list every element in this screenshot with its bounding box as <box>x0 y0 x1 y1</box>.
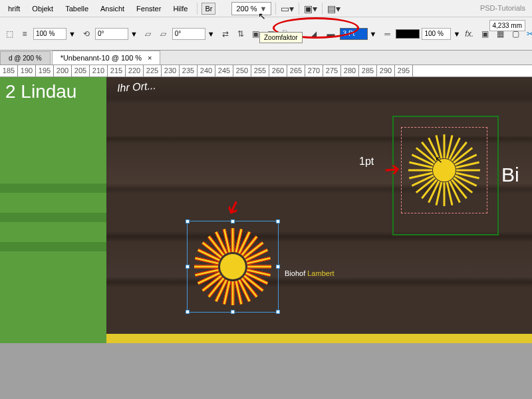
ruler-tick: 230 <box>162 65 180 76</box>
green-stripe <box>0 184 106 193</box>
text-part: Biohof <box>285 269 307 277</box>
ruler-tick: 220 <box>126 65 144 76</box>
fx-button[interactable]: fx. <box>464 27 474 41</box>
chevron-down-icon[interactable]: ▼ <box>453 30 460 38</box>
text-bi-cropped[interactable]: Bi <box>501 164 519 186</box>
ruler-tick: 200 <box>54 65 72 76</box>
ruler-tick: 270 <box>305 65 323 76</box>
document-tabbar: d @ 200 % *Unbenannt-10 @ 100 % × <box>0 51 532 65</box>
sun-ray <box>231 281 235 305</box>
chevron-down-icon[interactable]: ▼ <box>130 30 138 38</box>
crop-icon[interactable]: ▱ <box>142 27 155 41</box>
yellow-strip <box>106 334 532 343</box>
flip-vertical-icon[interactable]: ⇅ <box>234 27 247 41</box>
ruler-tick: 240 <box>198 65 215 76</box>
stroke-weight-input[interactable]: 3 Pt <box>340 28 368 40</box>
angle-input-1[interactable]: 0° <box>95 28 128 40</box>
ruler-tick: 280 <box>341 65 359 76</box>
sun-ray <box>456 170 480 172</box>
sun-graphic-small[interactable] <box>404 130 484 210</box>
sun-graphic-large[interactable] <box>190 223 276 310</box>
chevron-down-icon: ▼ <box>260 5 267 13</box>
menu-schrift[interactable]: hrift <box>3 2 25 15</box>
menu-ansicht[interactable]: Ansicht <box>95 2 130 15</box>
ruler-tick: 210 <box>90 65 108 76</box>
close-icon[interactable]: × <box>148 54 152 62</box>
ruler-tick: 190 <box>18 65 36 76</box>
view-mode-icon[interactable]: ▣▾ <box>303 1 318 16</box>
menubar: hrift Objekt Tabelle Ansicht Fenster Hil… <box>0 0 532 17</box>
green-panel <box>0 77 106 343</box>
sun-ray <box>444 182 446 206</box>
bridge-button[interactable]: Br <box>201 3 215 15</box>
tab-doc-1[interactable]: d @ 200 % <box>0 51 51 65</box>
ruler-tick: 215 <box>108 65 126 76</box>
menu-tabelle[interactable]: Tabelle <box>60 2 94 15</box>
tab-label: *Unbenannt-10 @ 100 % <box>61 54 142 62</box>
ruler-tick: 225 <box>144 65 162 76</box>
text-biohof[interactable]: Biohof Lambert <box>285 255 334 281</box>
stroke-style-icon[interactable]: ═ <box>380 27 394 41</box>
separator <box>197 3 198 15</box>
psd-tutorials-label: PSD-Tutorials <box>480 4 525 12</box>
ruler-tick: 245 <box>215 65 233 76</box>
ruler-tick: 285 <box>359 65 377 76</box>
ruler-tick: 235 <box>180 65 198 76</box>
sun-ray <box>444 134 446 158</box>
ruler-tick: 275 <box>323 65 341 76</box>
menu-hilfe[interactable]: Hilfe <box>168 2 193 15</box>
separator <box>322 3 323 15</box>
zoom-tooltip: Zoomfaktor <box>259 32 303 43</box>
tint-input[interactable]: 100 % <box>422 28 451 40</box>
measurement-input[interactable]: 4,233 mm <box>489 20 525 31</box>
crop-tool-icon[interactable]: ✂ <box>526 27 532 41</box>
ruler-tick: 205 <box>72 65 90 76</box>
align-icon[interactable]: ≡ <box>18 27 31 41</box>
menu-fenster[interactable]: Fenster <box>131 2 166 15</box>
menu-objekt[interactable]: Objekt <box>27 2 59 15</box>
sun-core <box>220 254 245 279</box>
ruler-tick: 250 <box>233 65 251 76</box>
selection-tool-icon[interactable]: ⬚ <box>3 27 16 41</box>
text-lindau[interactable]: 2 Lindau <box>5 81 76 102</box>
ruler-tick: 260 <box>269 65 287 76</box>
sun-ray <box>247 265 271 269</box>
angle-input-2[interactable]: 0° <box>172 28 205 40</box>
separator <box>299 3 299 15</box>
ruler-tick: 195 <box>36 65 54 76</box>
chevron-down-icon[interactable]: ▼ <box>207 30 215 38</box>
zoom-level-select[interactable]: 200 % ▼ <box>231 2 271 15</box>
ruler-tick: 185 <box>0 65 18 76</box>
stroke-weight-icon[interactable]: ▬ <box>325 27 338 41</box>
corner-icon[interactable]: ◢ <box>307 27 321 41</box>
chevron-down-icon[interactable]: ▼ <box>370 30 377 38</box>
document-page[interactable]: 2 Lindau Ihr Ort... Biohof Lambert Bi 1p… <box>0 77 532 343</box>
tab-doc-2[interactable]: *Unbenannt-10 @ 100 % × <box>52 51 161 65</box>
screen-mode-icon[interactable]: ▭▾ <box>280 1 295 16</box>
horizontal-ruler[interactable]: 1851901952002052102152202252302352402452… <box>0 65 532 77</box>
sun-ray <box>408 170 432 172</box>
green-stripe <box>0 213 106 222</box>
text-part: Lambert <box>307 269 334 277</box>
shear-icon[interactable]: ▱ <box>157 27 170 41</box>
annotation-label-1pt: 1pt <box>359 156 374 168</box>
arrange-icon[interactable]: ▤▾ <box>327 1 341 16</box>
wood-background <box>106 77 532 343</box>
separator <box>275 3 276 15</box>
canvas-area[interactable]: 2 Lindau Ihr Ort... Biohof Lambert Bi 1p… <box>0 77 532 399</box>
sun-ray <box>194 265 218 269</box>
ruler-tick: 255 <box>251 65 269 76</box>
stroke-color-swatch[interactable] <box>396 29 420 39</box>
ruler-tick: 265 <box>287 65 305 76</box>
ruler-tick: 290 <box>377 65 395 76</box>
chevron-down-icon[interactable]: ▼ <box>68 30 76 38</box>
ruler-tick: 295 <box>395 65 413 76</box>
green-stripe <box>0 242 106 251</box>
sun-ray <box>231 228 235 252</box>
zoom-value: 200 % <box>236 5 257 13</box>
rotate-icon[interactable]: ⟲ <box>80 27 93 41</box>
flip-horizontal-icon[interactable]: ⇄ <box>219 27 232 41</box>
opacity-input[interactable]: 100 % <box>33 28 66 40</box>
